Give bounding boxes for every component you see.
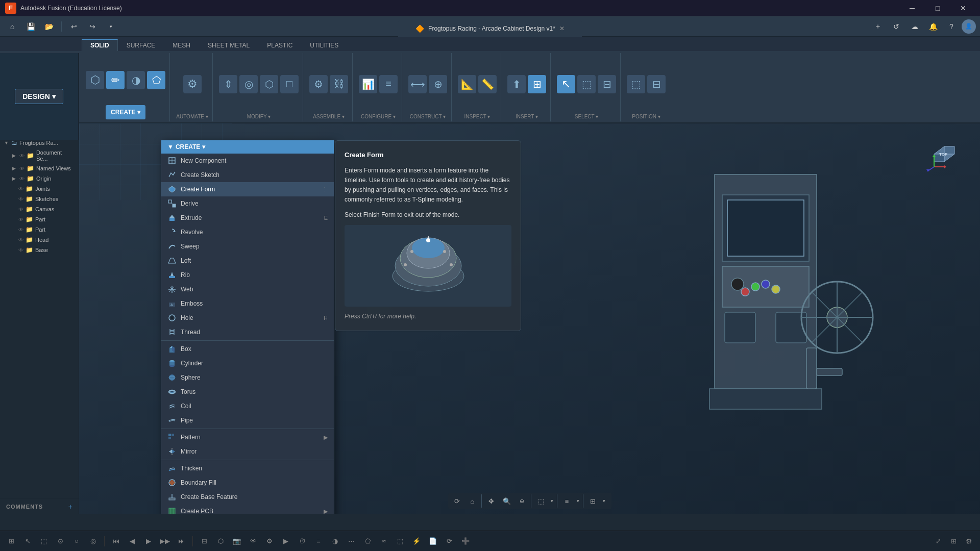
browser-item-doc-settings[interactable]: ▶ 👁 📁 Document Se... (0, 148, 79, 163)
section-analysis[interactable]: ⊟ (197, 534, 211, 548)
electronics[interactable]: ⚡ (409, 534, 424, 548)
tab-sheet-metal[interactable]: SHEET METAL (199, 39, 258, 51)
zoom-button[interactable]: 🔍 (499, 494, 514, 508)
motion-study[interactable]: ⬠ (360, 534, 375, 548)
orbit-button[interactable]: ⟳ (450, 494, 465, 508)
display-mode-arrow[interactable]: ▾ (549, 494, 556, 508)
tab-plastic[interactable]: PLASTIC (258, 39, 301, 51)
notification-button[interactable]: 🔔 (925, 19, 941, 34)
new-component-icon[interactable]: ⬡ (86, 71, 104, 89)
timeline[interactable]: ⏱ (295, 534, 309, 548)
inspect-icon[interactable]: 📐 (458, 75, 476, 93)
undo-button[interactable]: ↩ (66, 19, 82, 34)
refresh-button[interactable]: ↺ (888, 19, 904, 34)
home-view-button[interactable]: ⌂ (465, 494, 480, 508)
additive[interactable]: ➕ (458, 534, 473, 548)
open-button[interactable]: 📂 (41, 19, 57, 34)
menu-item-hole[interactable]: Hole H (161, 311, 334, 325)
construct-icon2[interactable]: ⊕ (429, 75, 447, 93)
tab-surface[interactable]: SURFACE (118, 39, 164, 51)
nav-cube[interactable]: TOP (924, 134, 965, 174)
browser-item-base[interactable]: 👁 📁 Base (0, 245, 79, 255)
simulation[interactable]: ≡ (311, 534, 326, 548)
menu-item-sweep[interactable]: Sweep (161, 239, 334, 254)
menu-item-pipe[interactable]: Pipe (161, 413, 334, 428)
online-status[interactable]: ☁ (906, 19, 923, 34)
save-button[interactable]: 💾 (22, 19, 39, 34)
drawing[interactable]: 📄 (426, 534, 440, 548)
browser-item-part1[interactable]: 👁 📁 Part (0, 214, 79, 224)
menu-item-cylinder[interactable]: Cylinder (161, 356, 334, 370)
fillet-icon[interactable]: ◎ (239, 75, 258, 93)
menu-item-create-pcb[interactable]: Create PCB ▶ (161, 504, 334, 514)
insert-icon1[interactable]: ⬆ (507, 75, 526, 93)
menu-item-new-component[interactable]: New Component (161, 154, 334, 168)
tab-solid[interactable]: SOLID (82, 39, 118, 51)
show-hide[interactable]: 👁 (246, 534, 260, 548)
menu-item-sphere[interactable]: Sphere (161, 370, 334, 385)
menu-item-mirror[interactable]: Mirror (161, 444, 334, 459)
redo-button[interactable]: ↪ (84, 19, 101, 34)
configure-icon[interactable]: 📊 (359, 75, 377, 93)
select-icon[interactable]: ↖ (557, 75, 575, 93)
view-cube[interactable]: ⬡ (213, 534, 228, 548)
menu-item-revolve[interactable]: Revolve (161, 225, 334, 239)
menu-item-derive[interactable]: Derive (161, 196, 334, 211)
menu-item-boundary-fill[interactable]: Boundary Fill (161, 475, 334, 490)
configure-icon2[interactable]: ≡ (379, 75, 398, 93)
stress-analysis[interactable]: ≈ (377, 534, 391, 548)
perspective-camera[interactable]: 📷 (230, 534, 244, 548)
menu-item-web[interactable]: Web (161, 282, 334, 296)
menu-item-rib[interactable]: Rib (161, 268, 334, 282)
create-menu-header[interactable]: ▼ CREATE ▾ (161, 140, 334, 154)
assemble-icon1[interactable]: ⚙ (309, 75, 328, 93)
settings-button[interactable]: ⚙ (962, 534, 976, 548)
home-button[interactable]: ⌂ (4, 19, 20, 34)
render[interactable]: ◑ (328, 534, 342, 548)
doc-close-button[interactable]: ✕ (559, 25, 565, 32)
browser-item-part2[interactable]: 👁 📁 Part (0, 224, 79, 235)
prev-start-btn[interactable]: ⏮ (109, 534, 123, 548)
display-mode-button[interactable]: ⬚ (533, 494, 549, 508)
browser-item-named-views[interactable]: ▶ 👁 📁 Named Views (0, 163, 79, 173)
menu-item-coil[interactable]: Coil (161, 399, 334, 413)
tab-mesh[interactable]: MESH (164, 39, 199, 51)
grid-settings[interactable]: ⊞ (585, 494, 601, 508)
design-button[interactable]: DESIGN ▾ (15, 89, 63, 104)
user-avatar[interactable]: 👤 (962, 19, 976, 34)
construct-icon1[interactable]: ⟷ (408, 75, 427, 93)
animation2[interactable]: ⋯ (344, 534, 358, 548)
surface-icon[interactable]: ◑ (127, 71, 145, 89)
look-at[interactable]: ◎ (86, 534, 100, 548)
menu-item-emboss[interactable]: A Emboss (161, 296, 334, 311)
next-btn[interactable]: ▶▶ (158, 534, 172, 548)
mark-icon[interactable]: ⊞ (4, 534, 18, 548)
browser-item-canvas[interactable]: 👁 📁 Canvas (0, 204, 79, 214)
grid-settings-arrow[interactable]: ▾ (601, 494, 608, 508)
generative[interactable]: ⟳ (442, 534, 456, 548)
browser-item-sketches[interactable]: 👁 📁 Sketches (0, 194, 79, 204)
zoom-fit-button[interactable]: ⊕ (514, 494, 530, 508)
browser-item-origin[interactable]: ▶ 👁 📁 Origin (0, 173, 79, 184)
play-btn[interactable]: ▶ (141, 534, 156, 548)
position-icon2[interactable]: ⊟ (647, 75, 666, 93)
comments-add-button[interactable]: + (68, 503, 72, 511)
prev-btn[interactable]: ◀ (125, 534, 139, 548)
add-tab-button[interactable]: ＋ (870, 19, 886, 34)
position-icon1[interactable]: ⬚ (627, 75, 645, 93)
menu-item-thread[interactable]: Thread (161, 325, 334, 339)
align-button[interactable]: ⊞ (946, 534, 961, 548)
select-icon3[interactable]: ⊟ (598, 75, 616, 93)
shell-icon[interactable]: □ (280, 75, 299, 93)
menu-item-torus[interactable]: Torus (161, 385, 334, 399)
menu-item-extrude[interactable]: Extrude E (161, 211, 334, 225)
minimize-button[interactable]: ─ (900, 0, 924, 16)
browser-item-head[interactable]: 👁 📁 Head (0, 235, 79, 245)
free-orbit[interactable]: ○ (69, 534, 84, 548)
visual-style-arrow[interactable]: ▾ (575, 494, 582, 508)
select-tool[interactable]: ↖ (20, 534, 35, 548)
next-end-btn[interactable]: ⏭ (174, 534, 188, 548)
sketch-icon[interactable]: ✏ (106, 71, 125, 89)
maximize-button[interactable]: □ (926, 0, 949, 16)
help-button[interactable]: ? (943, 19, 960, 34)
